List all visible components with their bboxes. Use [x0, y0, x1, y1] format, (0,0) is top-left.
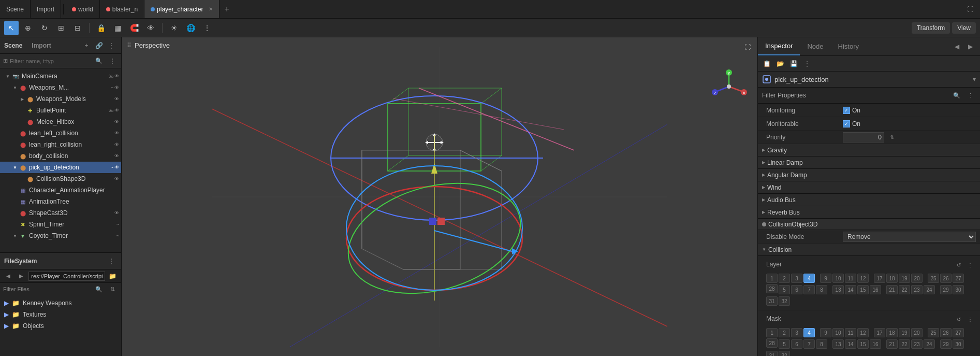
layer-cell-14[interactable]: 14 [845, 285, 856, 294]
tree-item-body-collision[interactable]: ⬤ body_collision 👁 [0, 150, 121, 162]
lock-button[interactable]: 🔒 [94, 21, 108, 35]
fs-item-textures[interactable]: ▶ 📁 Textures [0, 309, 121, 320]
mask-cell-32[interactable]: 32 [779, 351, 790, 356]
tree-item-pick-up[interactable]: ▼ ⬤ pick_up_detection ~ 👁 [0, 162, 121, 173]
layer-cell-16[interactable]: 16 [870, 285, 881, 294]
mask-cell-4[interactable]: 4 [803, 328, 815, 337]
mask-cell-2[interactable]: 2 [779, 328, 790, 337]
mask-cell-29[interactable]: 29 [940, 339, 952, 349]
mask-cell-30[interactable]: 30 [953, 339, 964, 349]
mask-cell-12[interactable]: 12 [857, 328, 869, 337]
transform-tool-button[interactable]: ⊟ [70, 21, 85, 35]
mask-refresh-button[interactable]: ↺ [953, 314, 964, 325]
tab-world[interactable]: world [66, 0, 100, 18]
linear-damp-section[interactable]: ▶ Linear Damp [758, 156, 980, 169]
inspector-save-button[interactable]: 💾 [788, 58, 799, 69]
layer-cell-27[interactable]: 27 [953, 274, 964, 283]
layer-cell-4[interactable]: 4 [803, 274, 815, 283]
layer-cell-29[interactable]: 29 [940, 285, 952, 294]
layer-cell-3[interactable]: 3 [791, 274, 802, 283]
inspector-prev-button[interactable]: ◀ [951, 41, 962, 52]
filter-sort-button[interactable]: ⇅ [107, 283, 118, 295]
layer-cell-8[interactable]: 8 [816, 285, 827, 294]
tree-item-main-camera[interactable]: ▼ 📷 MainCamera ‰ 👁 [0, 70, 121, 82]
angular-damp-section[interactable]: ▶ Angular Damp [758, 169, 980, 181]
audio-bus-section[interactable]: ▶ Audio Bus [758, 194, 980, 206]
tree-item-bullet-point[interactable]: ✚ BulletPoint ‰ 👁 [0, 105, 121, 116]
select-tool-button[interactable]: ↖ [4, 21, 19, 35]
snap-button[interactable]: 🧲 [127, 21, 141, 35]
mask-cell-15[interactable]: 15 [857, 339, 869, 349]
tab-import[interactable]: Import [31, 0, 61, 18]
node-header-collapse[interactable]: ▾ [973, 76, 976, 83]
filter-search-button[interactable]: 🔍 [93, 283, 105, 295]
filter-search-icon-2[interactable]: 🔍 [951, 90, 962, 101]
tree-item-collision-shape[interactable]: ⬤ CollisionShape3D 👁 [0, 173, 121, 184]
env-button[interactable]: 🌐 [183, 21, 198, 35]
arrow-weapons-m[interactable]: ▼ [11, 84, 19, 91]
mask-cell-21[interactable]: 21 [886, 339, 898, 349]
transform-label[interactable]: Transform [912, 22, 950, 34]
monitorable-checkbox[interactable]: ✓ [843, 120, 850, 127]
view-label[interactable]: View [952, 22, 976, 34]
tab-player-character[interactable]: player_character ✕ [144, 0, 219, 18]
mask-cell-22[interactable]: 22 [899, 339, 910, 349]
filter-options-button[interactable]: ⋮ [107, 55, 118, 67]
mask-cell-7[interactable]: 7 [803, 339, 815, 349]
layer-cell-9[interactable]: 9 [820, 274, 831, 283]
tree-item-shape-cast[interactable]: ⬤ ShapeCast3D 👁 [0, 207, 121, 219]
reverb-bus-section[interactable]: ▶ Reverb Bus [758, 206, 980, 219]
layer-cell-13[interactable]: 13 [832, 285, 844, 294]
scene-add-button[interactable]: + [81, 40, 92, 51]
inspector-save-scene-button[interactable]: 📋 [761, 58, 772, 69]
layer-cell-7[interactable]: 7 [803, 285, 815, 294]
mask-cell-14[interactable]: 14 [845, 339, 856, 349]
tab-node[interactable]: Node [800, 37, 830, 55]
tree-item-melee-hitbox[interactable]: ⬤ Melee_Hitbox 👁 [0, 116, 121, 127]
arrow-coyote-timer[interactable]: ▼ [11, 232, 19, 239]
layer-cell-25[interactable]: 25 [928, 274, 939, 283]
mask-cell-11[interactable]: 11 [845, 328, 856, 337]
tab-inspector[interactable]: Inspector [758, 37, 800, 55]
camera-view-button[interactable]: 👁 [143, 21, 158, 35]
wind-section[interactable]: ▶ Wind [758, 181, 980, 194]
fs-item-objects[interactable]: ▶ 📁 Objects [0, 320, 121, 332]
layer-cell-18[interactable]: 18 [886, 274, 898, 283]
viewport[interactable]: ⠿ Perspective ⛶ Y X Z [122, 37, 757, 356]
monitoring-checkbox[interactable]: ✓ [843, 107, 850, 114]
sun-button[interactable]: ☀ [167, 21, 181, 35]
mask-cell-18[interactable]: 18 [886, 328, 898, 337]
layer-cell-28[interactable]: 28 [766, 284, 778, 293]
filter-search-icon[interactable]: 🔍 [93, 55, 105, 67]
layer-cell-15[interactable]: 15 [857, 285, 869, 294]
mask-cell-31[interactable]: 31 [766, 351, 778, 356]
add-tab-button[interactable]: + [220, 5, 235, 14]
tree-item-anim-tree[interactable]: ▦ AnimationTree [0, 196, 121, 207]
layer-cell-31[interactable]: 31 [766, 296, 778, 306]
tree-item-weapons-m[interactable]: ▼ ⬤ Weapons_M... ~ 👁 [0, 82, 121, 93]
rotate-tool-button[interactable]: ↻ [37, 21, 52, 35]
mask-cell-16[interactable]: 16 [870, 339, 881, 349]
layer-cell-19[interactable]: 19 [899, 274, 910, 283]
move-tool-button[interactable]: ⊕ [21, 21, 35, 35]
layer-cell-22[interactable]: 22 [899, 285, 910, 294]
scene-more-button[interactable]: ⋮ [106, 40, 117, 51]
arrow-weapons-models[interactable]: ▶ [19, 95, 26, 103]
inspector-open-button[interactable]: 📂 [774, 58, 786, 69]
disable-mode-select[interactable]: Remove Make Static Keep Active [843, 232, 976, 242]
more-options-button[interactable]: ⋮ [200, 21, 214, 35]
mask-cell-19[interactable]: 19 [899, 328, 910, 337]
scene-link-button[interactable]: 🔗 [93, 40, 105, 51]
priority-stepper-button[interactable]: ⇅ [886, 132, 898, 143]
tree-item-lean-left[interactable]: ⬤ lean_left_collision 👁 [0, 127, 121, 139]
path-forward-button[interactable]: ▶ [16, 270, 27, 282]
layer-cell-32[interactable]: 32 [779, 296, 790, 306]
layer-cell-1[interactable]: 1 [766, 274, 778, 283]
collision-section-header[interactable]: ▼ Collision [758, 244, 980, 256]
mask-cell-1[interactable]: 1 [766, 328, 778, 337]
mask-cell-24[interactable]: 24 [924, 339, 935, 349]
mask-cell-3[interactable]: 3 [791, 328, 802, 337]
mask-cell-23[interactable]: 23 [911, 339, 923, 349]
mask-cell-20[interactable]: 20 [911, 328, 923, 337]
mask-cell-25[interactable]: 25 [928, 328, 939, 337]
